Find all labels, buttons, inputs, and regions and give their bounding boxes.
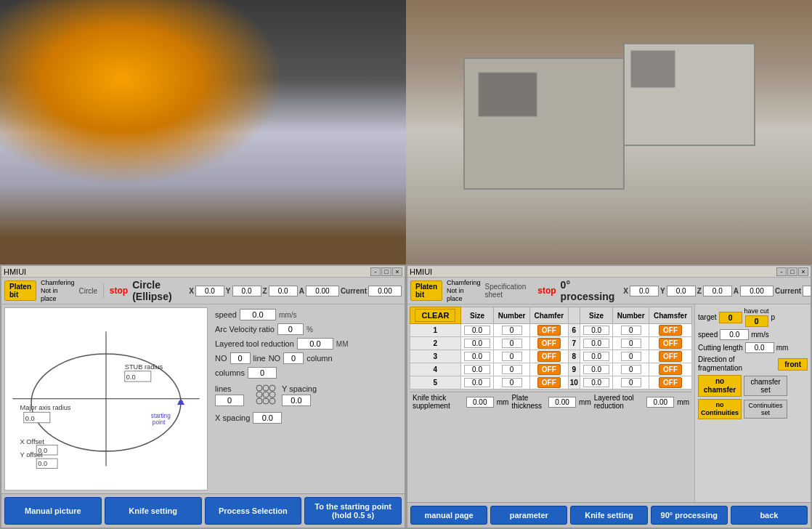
- spec-sheet-label: Specification sheet: [485, 283, 527, 299]
- table-row: 4 OFF 9 OFF: [410, 363, 692, 376]
- row4-chamfer2-btn[interactable]: OFF: [659, 364, 682, 375]
- right-close-button[interactable]: ×: [798, 267, 808, 276]
- svg-text:point: point: [153, 419, 166, 426]
- svg-text:0.0: 0.0: [126, 373, 136, 381]
- back-button[interactable]: back: [731, 506, 808, 525]
- speed-input[interactable]: [240, 309, 276, 320]
- right-layered-tool-input[interactable]: [646, 397, 674, 408]
- front-button[interactable]: front: [778, 358, 808, 371]
- chamfer-buttons-row: no chamsfer chamsfer set: [698, 375, 808, 397]
- target-row: target have cut p: [698, 307, 808, 327]
- row3-num2[interactable]: [621, 352, 641, 361]
- svg-text:starting: starting: [151, 413, 171, 419]
- y-coord[interactable]: [232, 286, 261, 296]
- row3-size1[interactable]: [464, 352, 490, 361]
- cutting-length-input[interactable]: [745, 342, 774, 353]
- minimize-button[interactable]: -: [370, 267, 381, 276]
- row3-size2[interactable]: [583, 352, 609, 361]
- row3-chamfer2-btn[interactable]: OFF: [659, 351, 682, 362]
- z-coord[interactable]: [269, 286, 298, 296]
- right-platen-bit-button[interactable]: Platen bit: [410, 280, 442, 301]
- columns-input[interactable]: [248, 367, 277, 379]
- row4-size2[interactable]: [583, 365, 609, 374]
- row1-chamfer2-btn[interactable]: OFF: [659, 325, 682, 336]
- right-speed-input[interactable]: [720, 329, 749, 340]
- row1-chamfer1-btn[interactable]: OFF: [537, 325, 561, 336]
- x-spacing-input[interactable]: [253, 412, 282, 424]
- right-a-coord[interactable]: [740, 286, 774, 296]
- right-z-coord[interactable]: [703, 286, 732, 296]
- row4-num1[interactable]: [502, 365, 522, 374]
- ninety-degree-button[interactable]: 90° processing: [651, 506, 728, 525]
- lines-input[interactable]: [215, 395, 244, 406]
- right-current-coord[interactable]: [803, 286, 812, 296]
- left-win-controls: - □ ×: [370, 267, 402, 276]
- xspacing-row: X spacing: [215, 412, 400, 424]
- layered-tool-input[interactable]: [297, 338, 333, 350]
- right-panel: HMIUI - □ × Platen bit Chamfering Not in…: [406, 264, 812, 529]
- plate-thickness-input[interactable]: [548, 397, 576, 408]
- right-window-titlebar: HMIUI - □ ×: [407, 266, 811, 278]
- row4-size1[interactable]: [464, 365, 490, 374]
- right-knife-setting-button[interactable]: Knife setting: [570, 506, 647, 525]
- svg-point-28: [269, 392, 275, 397]
- row2-size2[interactable]: [583, 339, 609, 348]
- direction-label: Direction of fragmentation: [698, 355, 776, 373]
- row2-chamfer2-btn[interactable]: OFF: [659, 338, 682, 349]
- ellipse-area: STUB radius 0.0 Major axis radius 0.0 st…: [4, 307, 208, 490]
- row4-num2[interactable]: [621, 365, 641, 374]
- column-input[interactable]: [283, 352, 304, 364]
- row2-size1[interactable]: [464, 339, 490, 348]
- right-x-coord[interactable]: [630, 286, 659, 296]
- row5-chamfer1-btn[interactable]: OFF: [537, 377, 561, 388]
- clear-button[interactable]: CLEAR: [415, 309, 455, 322]
- layered-tool-row: Layered tool reduction MM: [215, 338, 400, 350]
- knife-thick-input[interactable]: [466, 397, 494, 408]
- knife-setting-button[interactable]: Knife setting: [105, 497, 202, 525]
- row1-size1[interactable]: [464, 326, 490, 335]
- arc-velocity-input[interactable]: [277, 323, 304, 335]
- row3-chamfer1-btn[interactable]: OFF: [537, 351, 561, 362]
- row2-num2[interactable]: [621, 339, 641, 348]
- close-button[interactable]: ×: [392, 267, 402, 276]
- line-input[interactable]: [230, 352, 251, 364]
- row4-chamfer1-btn[interactable]: OFF: [537, 364, 561, 375]
- chamfer-set-button[interactable]: chamsfer set: [744, 376, 787, 396]
- right-y-coord[interactable]: [667, 286, 696, 296]
- no-chamfer-button[interactable]: no chamsfer: [698, 375, 742, 397]
- row5-size1[interactable]: [464, 378, 490, 387]
- row1-size2[interactable]: [583, 326, 609, 335]
- row3-num1[interactable]: [502, 352, 522, 361]
- parameter-button[interactable]: parameter: [490, 506, 567, 525]
- platen-bit-button[interactable]: Platen bit: [4, 280, 36, 301]
- y-spacing-input[interactable]: [282, 395, 311, 406]
- continuities-set-button[interactable]: Continuities set: [744, 400, 787, 419]
- target-input[interactable]: [719, 312, 742, 323]
- row1-num2[interactable]: [621, 326, 641, 335]
- table-row: 3 OFF 8 OFF: [410, 350, 692, 363]
- manual-page-button[interactable]: manual page: [410, 506, 487, 525]
- row5-size2[interactable]: [583, 378, 609, 387]
- col-number1: Number: [494, 307, 530, 324]
- row2-chamfer1-btn[interactable]: OFF: [537, 338, 561, 349]
- a-coord[interactable]: [306, 286, 339, 296]
- current-coord[interactable]: [368, 286, 402, 296]
- row5-chamfer2-btn[interactable]: OFF: [659, 377, 682, 388]
- manual-picture-button[interactable]: Manual picture: [4, 497, 102, 525]
- x-coord[interactable]: [195, 286, 224, 296]
- right-minimize-button[interactable]: -: [776, 267, 787, 276]
- row2-num1[interactable]: [502, 339, 522, 348]
- maximize-button[interactable]: □: [381, 267, 391, 276]
- row5-num1[interactable]: [502, 378, 522, 387]
- row1-num1[interactable]: [502, 326, 522, 335]
- svg-point-27: [263, 392, 269, 397]
- starting-point-button[interactable]: To the starting point (hold 0.5 s): [304, 497, 402, 525]
- right-speed-row: speed mm/s: [698, 329, 808, 340]
- process-selection-button[interactable]: Process Selection: [205, 497, 302, 525]
- right-maximize-button[interactable]: □: [787, 267, 797, 276]
- col-chamfer2: Chamsfer: [649, 307, 692, 324]
- row5-num2[interactable]: [621, 378, 641, 387]
- columns-row: columns: [215, 367, 400, 379]
- no-continuities-button[interactable]: no Continuities: [698, 399, 742, 419]
- have-cut-input[interactable]: [745, 315, 768, 327]
